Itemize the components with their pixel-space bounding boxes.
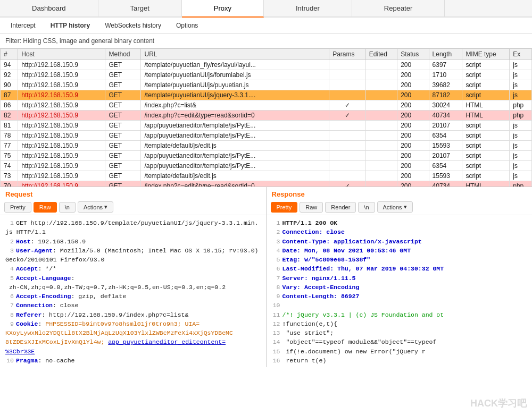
- col-id[interactable]: #: [1, 49, 18, 60]
- table-cell: js: [510, 60, 532, 70]
- response-actions-label: Actions: [383, 204, 402, 210]
- table-row[interactable]: 92http://192.168.150.9GET/template/puyue…: [1, 70, 532, 80]
- response-line: 3Content-Type: application/x-javascript: [272, 237, 527, 246]
- subtab-options[interactable]: Options: [170, 20, 204, 31]
- response-text: !function(e,t){: [282, 320, 338, 327]
- table-cell: GET: [105, 131, 141, 141]
- request-text: Pragma: [16, 357, 38, 364]
- table-row[interactable]: 87http://192.168.150.9GET/template/puyue…: [1, 90, 532, 100]
- table-cell: 200: [397, 141, 429, 151]
- request-line: 8Referer: http://192.168.150.9/index.php…: [5, 310, 261, 319]
- table-cell: 75: [1, 151, 18, 161]
- table-cell: 6397: [429, 60, 462, 70]
- table-cell: 200: [397, 151, 429, 161]
- table-row[interactable]: 78http://192.168.150.9GET/app/puyuetiane…: [1, 131, 532, 141]
- table-row[interactable]: 74http://192.168.150.9GET/app/puyuetiane…: [1, 161, 532, 171]
- response-text: if(!e.document) ow new Error("jQuery r: [282, 348, 426, 355]
- subtab-websockets-history[interactable]: WebSockets history: [98, 20, 168, 31]
- col-url[interactable]: URL: [141, 49, 329, 60]
- sub-nav: Intercept HTTP history WebSockets histor…: [0, 18, 532, 34]
- col-length[interactable]: Length: [429, 49, 462, 60]
- table-row[interactable]: 82http://192.168.150.9GET/index.php?c=ed…: [1, 111, 532, 121]
- tab-proxy[interactable]: Proxy: [182, 0, 264, 18]
- col-ext[interactable]: Ex: [510, 49, 532, 60]
- table-cell: http://192.168.150.9: [18, 141, 105, 151]
- col-status[interactable]: Status: [397, 49, 429, 60]
- table-row[interactable]: 86http://192.168.150.9GET/index.php?c=li…: [1, 100, 532, 111]
- table-cell: 74: [1, 161, 18, 171]
- table-row[interactable]: 81http://192.168.150.9GET/app/puyuetiane…: [1, 121, 532, 131]
- response-tab-render[interactable]: Render: [325, 202, 356, 213]
- col-params[interactable]: Params: [329, 49, 366, 60]
- table-row[interactable]: 90http://192.168.150.9GET/template/puyue…: [1, 80, 532, 90]
- table-cell: 200: [397, 60, 429, 70]
- table-cell: 200: [397, 161, 429, 171]
- col-mime[interactable]: MIME type: [462, 49, 510, 60]
- table-cell: [329, 121, 366, 131]
- table-cell: [329, 70, 366, 80]
- response-line: 1HTTP/1.1 200 OK: [272, 218, 527, 227]
- table-cell: [329, 131, 366, 141]
- table-cell: js: [510, 131, 532, 141]
- table-cell: [329, 171, 366, 181]
- request-tab-raw[interactable]: Raw: [34, 202, 57, 213]
- request-actions-chevron-icon: ▾: [104, 204, 107, 210]
- request-text: Accept-Language: [16, 275, 71, 282]
- response-text: Last-Modified: Thu, 07 Mar 2019 04:30:32…: [282, 265, 444, 272]
- table-row[interactable]: 75http://192.168.150.9GET/app/puyuetiane…: [1, 151, 532, 161]
- table-cell: /index.php?c=edit&type=read&sortid=0: [141, 181, 329, 187]
- table-cell: [365, 131, 397, 141]
- tab-repeater[interactable]: Repeater: [352, 0, 445, 16]
- request-text: : http://192.168.150.9/index.php?c=list&: [41, 311, 188, 318]
- response-line: 16 return t(e): [272, 356, 527, 365]
- response-title: Response: [267, 187, 533, 199]
- table-cell: /template/puyuetian_fly/res/layui/layui.…: [141, 60, 329, 70]
- subtab-http-history[interactable]: HTTP history: [44, 20, 96, 31]
- response-tab-pretty[interactable]: Pretty: [271, 202, 298, 213]
- request-tab-newline[interactable]: \n: [59, 202, 76, 213]
- table-cell: js: [510, 121, 532, 131]
- table-cell: http://192.168.150.9: [18, 60, 105, 70]
- table-cell: js: [510, 171, 532, 181]
- table-row[interactable]: 77http://192.168.150.9GET/template/defau…: [1, 141, 532, 151]
- col-host[interactable]: Host: [18, 49, 105, 60]
- response-tab-newline[interactable]: \n: [358, 202, 375, 213]
- col-edited[interactable]: Edited: [365, 49, 397, 60]
- table-cell: /template/puyuetianUI/js/puyuetian.js: [141, 80, 329, 90]
- table-cell: GET: [105, 60, 141, 70]
- request-actions-label: Actions: [84, 204, 103, 210]
- table-row[interactable]: 94http://192.168.150.9GET/template/puyue…: [1, 60, 532, 70]
- table-cell: /template/puyuetianUI/js/jquery-3.3.1...…: [141, 90, 329, 100]
- request-line: 2Host: 192.168.150.9: [5, 237, 261, 246]
- table-cell: http://192.168.150.9: [18, 70, 105, 80]
- request-actions-button[interactable]: Actions ▾: [78, 201, 113, 213]
- table-cell: 200: [397, 90, 429, 100]
- response-actions-button[interactable]: Actions ▾: [377, 201, 413, 213]
- table-row[interactable]: 70http://192.168.150.9GET/index.php?c=ed…: [1, 181, 532, 187]
- table-cell: js: [510, 90, 532, 100]
- table-cell: ✓: [329, 181, 366, 187]
- table-cell: GET: [105, 70, 141, 80]
- table-cell: php: [510, 181, 532, 187]
- response-tab-raw[interactable]: Raw: [300, 202, 323, 213]
- tab-intruder[interactable]: Intruder: [264, 0, 352, 16]
- table-cell: 87182: [429, 90, 462, 100]
- response-line: 4Date: Mon, 08 Nov 2021 00:53:46 GMT: [272, 246, 527, 255]
- subtab-intercept[interactable]: Intercept: [4, 20, 42, 31]
- table-row[interactable]: 73http://192.168.150.9GET/template/defau…: [1, 171, 532, 181]
- table-cell: /template/puyuetianUI/js/forumlabel.js: [141, 70, 329, 80]
- request-tab-pretty[interactable]: Pretty: [4, 202, 31, 213]
- table-cell: js: [510, 141, 532, 151]
- request-text: Accept-Encoding: [16, 293, 71, 300]
- table-cell: script: [462, 60, 510, 70]
- col-method[interactable]: Method: [105, 49, 141, 60]
- table-cell: 6354: [429, 161, 462, 171]
- tab-target[interactable]: Target: [98, 0, 182, 16]
- table-cell: 81: [1, 121, 18, 131]
- tab-dashboard[interactable]: Dashboard: [0, 0, 98, 16]
- response-line: 9Content-Length: 86927: [272, 292, 527, 301]
- response-line: 2Connection: close: [272, 227, 527, 236]
- table-cell: HTML: [462, 100, 510, 111]
- request-text: zh-CN,zh;q=0.8,zh-TW;q=0.7,zh-HK;q=0.5,e…: [5, 284, 226, 291]
- table-cell: http://192.168.150.9: [18, 90, 105, 100]
